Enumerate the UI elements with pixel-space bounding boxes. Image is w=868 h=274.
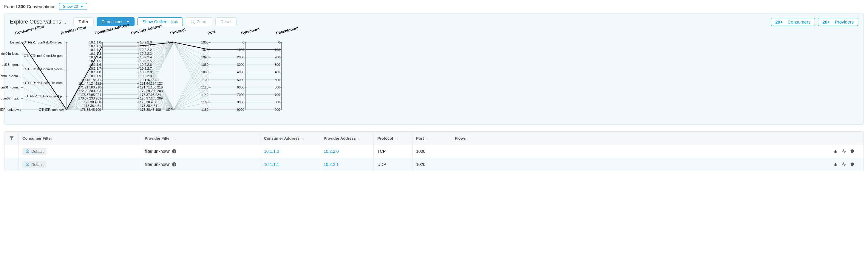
axis-title: Protocol	[170, 27, 186, 35]
search-icon	[191, 20, 195, 24]
axis-tick: 1140	[202, 93, 209, 97]
col-port[interactable]: Port	[412, 132, 451, 145]
flows-cell	[451, 145, 864, 158]
zoom-button[interactable]: Zoom	[186, 17, 213, 26]
consumers-label: Consumers	[787, 20, 810, 25]
axis-tick: 172.29.200.203	[140, 89, 162, 93]
axis-tick: 172.29.200.203	[79, 89, 101, 93]
axis-tick: 2000	[237, 56, 244, 59]
axis-tick: 1120	[202, 86, 209, 89]
parallel-coords-chart[interactable]: Consumer FilterDefault-dci04n-isec...-dc…	[10, 33, 858, 119]
axis-tick: 10.2.2.9	[140, 74, 152, 78]
zoom-label: Zoom	[197, 20, 208, 24]
axis-tick: 10.2.2.5	[140, 60, 152, 63]
explore-title[interactable]: Explore Observations ⌄	[10, 19, 67, 25]
axis-title: Port	[207, 29, 216, 35]
axis-tick: 10.1.1.2	[89, 48, 101, 52]
axis-tick: 700	[275, 93, 280, 97]
axis-tick: 173.38.4.61	[140, 104, 157, 107]
axis-tick: cm01n-dcm...	[1, 74, 21, 78]
page-size-select[interactable]: Show 20	[59, 3, 87, 10]
axis-tick: TCP	[166, 41, 173, 44]
axis-tick: 1000	[202, 41, 209, 44]
svg-line-123	[22, 42, 66, 110]
axis-tick: 161.44.124.122	[79, 82, 101, 85]
found-count: 200	[18, 4, 26, 9]
bar-chart-icon[interactable]	[833, 162, 838, 167]
axis-tick: 10.1.1.8	[89, 71, 101, 74]
taller-button[interactable]: Taller	[73, 17, 93, 26]
activity-icon[interactable]	[841, 162, 846, 167]
provider-filter-cell: filter unknown i	[141, 145, 260, 158]
consumers-pill[interactable]: 20+ Consumers	[771, 18, 815, 26]
axis-tick: 161.44.124.122	[140, 82, 162, 85]
axis-tick: 173.38.4.61	[84, 104, 101, 107]
provider-address-link[interactable]: 10.2.2.1	[320, 158, 374, 171]
explore-toolbar: Explore Observations ⌄ Taller Dimensions…	[10, 17, 858, 26]
table-row[interactable]: Defaultfilter unknown i10.1.1.110.2.2.1U…	[4, 158, 864, 171]
flow-actions	[833, 149, 860, 154]
provider-filter-cell: filter unknown i	[141, 158, 260, 171]
activity-icon[interactable]	[841, 149, 846, 154]
axis-tick: 171.71.180.210	[79, 86, 101, 89]
svg-line-0	[22, 42, 66, 110]
col-consumer-filter[interactable]: Consumer Filter	[19, 132, 141, 145]
axis-tick: 10.2.2.7	[140, 67, 152, 70]
col-protocol[interactable]: Protocol	[374, 132, 412, 145]
axis-tick: 3000	[237, 63, 244, 66]
port-cell: 1020	[412, 158, 451, 171]
axis-tick: 10.2.2.3	[140, 52, 152, 56]
reset-button[interactable]: Reset	[215, 17, 237, 26]
axis-tick: 1000	[237, 48, 244, 52]
axis-tick: 10.2.2.1	[140, 45, 152, 48]
dimensions-label: Dimensions	[102, 20, 123, 24]
provider-address-link[interactable]: 10.2.2.0	[320, 145, 374, 158]
svg-line-101	[174, 42, 210, 110]
table-row[interactable]: Defaultfilter unknown i10.1.1.010.2.2.0T…	[4, 145, 864, 158]
svg-line-84	[174, 42, 210, 110]
axis-tick: 10.1.1.7	[89, 67, 101, 70]
axis-tick: 10.1.1.4	[89, 56, 101, 59]
info-icon[interactable]: i	[172, 162, 176, 167]
axis-tick: 5000	[237, 78, 244, 81]
axis-tick: 10.1.1.3	[89, 52, 101, 56]
axis-tick: -dci04n-isec...	[0, 52, 21, 56]
col-provider-filter[interactable]: Provider Filter	[141, 132, 260, 145]
providers-pill[interactable]: 20+ Providers	[818, 18, 858, 26]
summary-pills: 20+ Consumers 20+ Providers	[771, 18, 858, 26]
consumer-filter-chip[interactable]: Default	[22, 161, 46, 168]
protocol-cell: UDP	[374, 158, 412, 171]
axis-tick: 6000	[237, 86, 244, 89]
axis-tick: 10.2.2.4	[140, 56, 152, 59]
consumer-address-link[interactable]: 10.1.1.1	[260, 158, 320, 171]
axis-tick: 900	[275, 108, 280, 111]
axis-tick: 173.37.95.224	[80, 93, 101, 97]
axis-tick: 500	[275, 78, 280, 81]
axis-tick: Default	[10, 41, 21, 44]
info-icon[interactable]: i	[172, 149, 176, 153]
axis-tick: 10.1.1.6	[89, 63, 101, 66]
svg-line-96	[174, 87, 210, 110]
col-consumer-address[interactable]: Consumer Address	[260, 132, 320, 145]
axis-title: Packetcount	[276, 26, 299, 35]
shield-icon[interactable]	[850, 149, 855, 154]
axis-tick: 171.71.180.210	[140, 86, 162, 89]
consumer-filter-chip[interactable]: Default	[22, 148, 46, 155]
bar-chart-icon[interactable]	[833, 149, 838, 154]
consumer-address-link[interactable]: 10.1.1.0	[260, 145, 320, 158]
taller-label: Taller	[79, 20, 88, 24]
shield-icon[interactable]	[850, 162, 855, 167]
svg-line-2	[22, 65, 66, 110]
caret-down-icon	[80, 6, 83, 7]
axis-tick: 9000	[237, 108, 244, 111]
found-suffix: Conversations	[27, 4, 56, 9]
axis-tick: 200	[275, 56, 280, 59]
filter-column[interactable]	[4, 132, 19, 145]
axis-tick: 10.2.2.6	[140, 63, 152, 66]
axis-tick: 10.115.184.11	[80, 78, 101, 81]
col-provider-address[interactable]: Provider Address	[320, 132, 374, 145]
table-header: Consumer Filter Provider Filter Consumer…	[4, 132, 864, 145]
svg-rect-135	[836, 164, 837, 166]
flow-actions	[833, 162, 860, 167]
consumers-count: 20+	[775, 20, 783, 25]
